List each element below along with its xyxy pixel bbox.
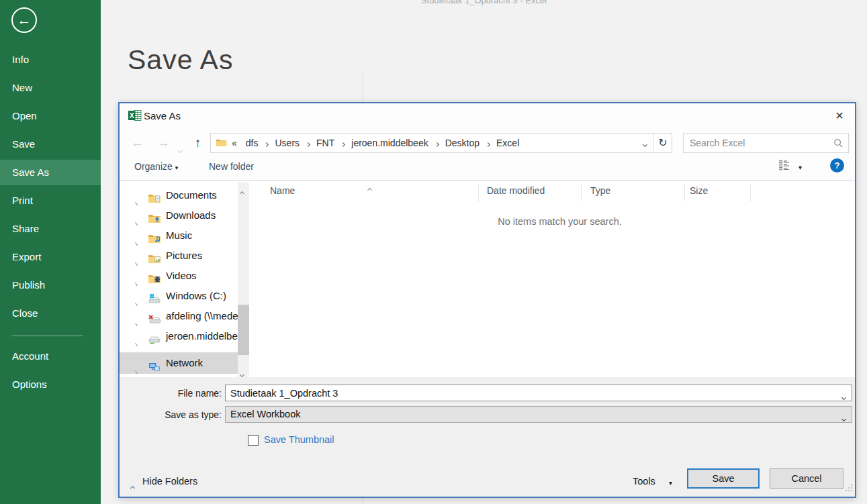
tree-item-music[interactable]: Music — [120, 225, 238, 246]
tree-scrollbar[interactable] — [238, 183, 249, 377]
breadcrumb-separator-icon[interactable] — [341, 138, 345, 148]
search-input[interactable] — [690, 134, 827, 152]
tree-item-downloads[interactable]: Downloads — [120, 205, 238, 225]
tree-item-label: Music — [166, 225, 192, 246]
breadcrumb-separator-icon[interactable] — [306, 138, 310, 148]
sidebar-item-save[interactable]: Save — [0, 132, 101, 157]
tree-item-label: Windows (C:) — [166, 286, 226, 306]
expand-chevron-icon[interactable] — [134, 233, 137, 246]
organize-dropdown-icon: ▾ — [175, 164, 179, 171]
expand-chevron-icon[interactable] — [134, 253, 137, 266]
breadcrumb-segment[interactable]: Excel — [490, 138, 525, 148]
save-button[interactable]: Save — [687, 468, 760, 489]
folder-music-icon — [148, 230, 161, 246]
sidebar-item-export[interactable]: Export — [0, 244, 101, 270]
tree-item-videos[interactable]: Videos — [120, 266, 238, 286]
search-icon[interactable] — [833, 138, 843, 151]
column-separator[interactable] — [750, 184, 751, 201]
save-as-type-label: Save as type: — [120, 407, 222, 423]
organize-button[interactable]: Organize ▾ — [134, 161, 178, 172]
breadcrumb-separator-icon[interactable] — [265, 138, 268, 148]
tree-item-pictures[interactable]: Pictures — [120, 246, 238, 266]
new-folder-button[interactable]: New folder — [209, 161, 254, 172]
breadcrumb-segment[interactable]: Users — [269, 138, 306, 148]
sidebar-item-options[interactable]: Options — [0, 372, 101, 397]
tree-item-label: Videos — [166, 266, 197, 286]
excel-app-icon: X — [128, 110, 142, 123]
column-header-type[interactable]: Type — [590, 185, 610, 196]
tree-item-jeroen-drive[interactable]: jeroen.middelbe — [120, 326, 238, 346]
tree-item-afdeling-drive[interactable]: afdeling (\\mede — [120, 306, 238, 326]
sidebar-item-account[interactable]: Account — [0, 344, 101, 369]
save-thumbnail-label[interactable]: Save Thumbnail — [264, 434, 334, 445]
svg-text:X: X — [130, 111, 134, 119]
tree-item-documents[interactable]: Documents — [120, 185, 238, 205]
column-separator[interactable] — [684, 184, 685, 201]
back-button[interactable]: ← — [11, 7, 37, 33]
sidebar-item-save-as[interactable]: Save As — [0, 160, 101, 185]
sidebar-item-info[interactable]: Info — [0, 47, 101, 72]
expand-chevron-icon[interactable] — [134, 360, 137, 374]
breadcrumb-overflow[interactable]: « — [227, 138, 240, 148]
save-as-type-dropdown-icon[interactable] — [842, 411, 846, 423]
nav-recent-chevron-icon[interactable] — [179, 138, 182, 158]
save-as-type-select[interactable]: Excel Workbook — [225, 406, 852, 423]
breadcrumb-segment[interactable]: FNT — [310, 138, 340, 148]
column-header-size[interactable]: Size — [690, 185, 708, 196]
address-bar[interactable]: « dfs Users FNT jeroen.middelbeek Deskto… — [210, 133, 672, 153]
tree-item-windows-c[interactable]: Windows (C:) — [120, 286, 238, 306]
column-header-date-modified[interactable]: Date modified — [487, 185, 545, 196]
cancel-button[interactable]: Cancel — [770, 468, 843, 489]
sidebar-item-close[interactable]: Close — [0, 301, 101, 326]
hide-folders-chevron-icon[interactable] — [131, 481, 134, 493]
file-name-combobox — [225, 385, 852, 401]
sidebar-divider — [12, 336, 83, 336]
save-thumbnail-checkbox[interactable] — [248, 435, 259, 446]
expand-chevron-icon[interactable] — [134, 293, 137, 306]
breadcrumb-separator-icon[interactable] — [486, 138, 490, 148]
nav-back-icon[interactable]: ← — [131, 133, 144, 153]
tools-dropdown-icon[interactable]: ▾ — [669, 479, 672, 487]
column-separator[interactable] — [478, 184, 479, 201]
view-dropdown-icon[interactable]: ▾ — [798, 164, 802, 171]
tree-item-label: jeroen.middelbe — [166, 326, 238, 346]
resize-grip[interactable] — [844, 483, 853, 495]
tree-item-label: Documents — [166, 185, 217, 205]
file-name-input[interactable] — [226, 385, 833, 401]
address-dropdown-icon[interactable] — [636, 138, 653, 148]
scrollbar-thumb[interactable] — [238, 305, 249, 355]
hide-folders-button[interactable]: Hide Folders — [142, 476, 197, 487]
expand-chevron-icon[interactable] — [134, 334, 137, 346]
sidebar-item-print[interactable]: Print — [0, 188, 101, 213]
help-icon[interactable]: ? — [830, 158, 844, 172]
tools-button[interactable]: Tools — [633, 476, 655, 487]
nav-forward-icon[interactable]: → — [157, 133, 170, 153]
expand-chevron-icon[interactable] — [134, 313, 137, 326]
breadcrumb-segment[interactable]: Desktop — [439, 138, 486, 148]
breadcrumb-segment[interactable]: dfs — [240, 138, 265, 148]
window-title: Studietaak 1_Opdracht 3 - Excel — [101, 0, 867, 5]
tree-item-network[interactable]: Network — [120, 352, 238, 374]
sidebar-item-new[interactable]: New — [0, 75, 101, 101]
expand-chevron-icon[interactable] — [134, 273, 137, 286]
change-view-icon[interactable] — [779, 160, 792, 173]
page-title: Save As — [128, 44, 233, 76]
sidebar-item-share[interactable]: Share — [0, 216, 101, 242]
expand-chevron-icon[interactable] — [134, 213, 137, 225]
tree-item-label: afdeling (\\mede — [166, 306, 238, 326]
breadcrumb-separator-icon[interactable] — [435, 138, 439, 148]
column-separator[interactable] — [581, 184, 582, 201]
scroll-up-icon[interactable] — [240, 186, 244, 198]
close-icon[interactable]: ✕ — [831, 107, 848, 125]
sort-ascending-icon[interactable] — [368, 183, 371, 195]
scroll-down-icon[interactable] — [240, 367, 244, 379]
folder-videos-icon — [148, 270, 161, 286]
file-name-dropdown-icon[interactable] — [842, 390, 846, 402]
sidebar-item-publish[interactable]: Publish — [0, 272, 101, 298]
breadcrumb-segment[interactable]: jeroen.middelbeek — [345, 138, 434, 148]
nav-up-icon[interactable]: ↑ — [195, 133, 201, 153]
refresh-icon[interactable]: ↻ — [653, 134, 672, 152]
sidebar-item-open[interactable]: Open — [0, 103, 101, 129]
column-header-name[interactable]: Name — [270, 185, 295, 196]
expand-chevron-icon[interactable] — [134, 193, 137, 205]
